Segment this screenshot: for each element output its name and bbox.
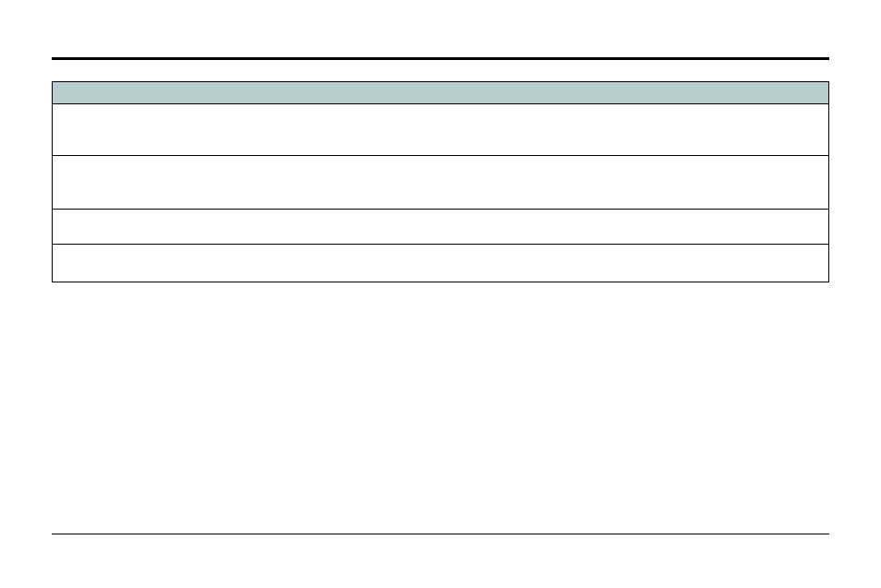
table-row bbox=[53, 104, 828, 156]
table bbox=[52, 81, 829, 282]
table-header-row bbox=[53, 82, 828, 104]
top-rule bbox=[52, 57, 829, 60]
page bbox=[0, 0, 881, 588]
table-row bbox=[53, 245, 828, 282]
table-row bbox=[53, 210, 828, 245]
bottom-rule bbox=[52, 534, 829, 534]
table-row bbox=[53, 156, 828, 210]
